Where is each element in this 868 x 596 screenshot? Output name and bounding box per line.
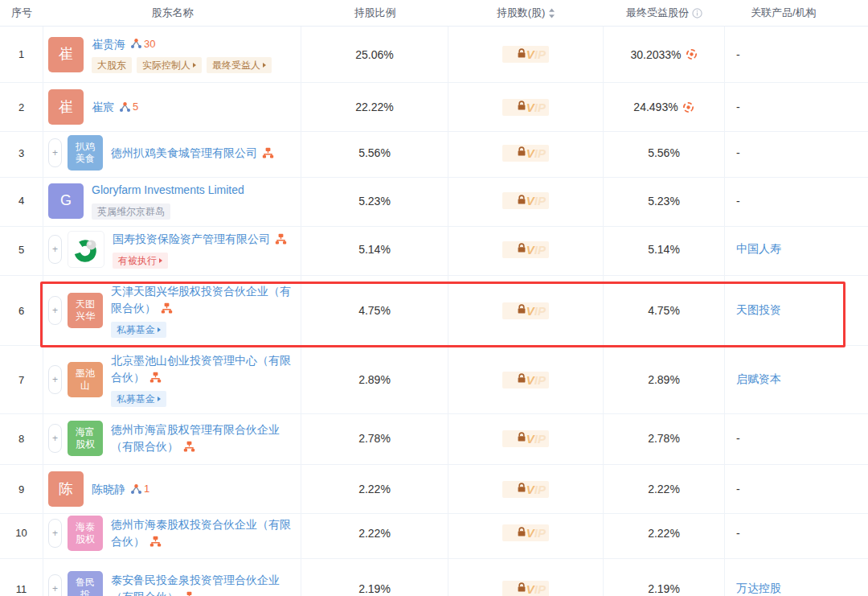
relationship-graph-icon[interactable]: 1 — [130, 480, 149, 497]
shareholder-avatar[interactable]: 陈 — [48, 471, 84, 507]
sort-icon[interactable] — [548, 8, 555, 18]
expand-button[interactable]: + — [48, 235, 62, 264]
row-index-cell: 5 — [0, 224, 43, 276]
related-link[interactable]: 天图投资 — [736, 303, 781, 318]
tag-arrow-icon — [158, 327, 161, 332]
beneficiary-icon[interactable] — [682, 101, 694, 113]
equity-structure-icon[interactable] — [161, 302, 173, 314]
shares-cell: VIP — [448, 27, 604, 83]
expand-button[interactable]: + — [48, 574, 62, 596]
vip-lock-badge[interactable]: VIP — [502, 430, 549, 447]
ratio-cell: 5.23% — [301, 175, 448, 227]
info-icon[interactable] — [692, 8, 702, 18]
shareholder-avatar[interactable]: 崔 — [48, 37, 84, 72]
avatar-text: G — [60, 195, 72, 207]
expand-button[interactable]: + — [48, 519, 62, 548]
ratio-cell: 2.22% — [301, 508, 448, 559]
relationship-count[interactable]: 5 — [133, 98, 138, 115]
row-index: 2 — [18, 101, 24, 113]
chinalife-logo[interactable] — [68, 231, 104, 268]
shareholder-info: 泰安鲁民投金泉投资管理合伙企业（有限合伙） — [111, 572, 294, 596]
vip-lock-badge[interactable]: VIP — [502, 46, 549, 63]
column-header-label: 持股数(股) — [497, 6, 546, 20]
shareholder-name-link[interactable]: 天津天图兴华股权投资合伙企业（有限合伙） — [111, 285, 291, 314]
benefit-cell: 24.493% — [604, 83, 725, 132]
relationship-count[interactable]: 1 — [144, 480, 149, 497]
tag-arrow-icon — [158, 397, 161, 401]
relationship-graph-icon[interactable]: 30 — [130, 35, 155, 52]
expand-button[interactable]: + — [48, 424, 62, 453]
shareholder-avatar[interactable]: 崔 — [48, 89, 84, 125]
benefit-cell: 2.19% — [604, 559, 725, 596]
vip-watermark-v: V — [526, 101, 534, 114]
vip-lock-badge[interactable]: VIP — [502, 241, 549, 258]
related-cell: - — [725, 465, 868, 514]
row-index-cell: 6 — [0, 276, 43, 346]
shareholder-name-link[interactable]: 北京墨池山创业投资管理中心（有限合伙） — [111, 354, 291, 384]
vip-watermark-v: V — [526, 47, 534, 61]
relationship-count[interactable]: 30 — [144, 35, 155, 52]
equity-structure-icon[interactable] — [149, 536, 162, 547]
equity-structure-icon[interactable] — [262, 147, 274, 158]
row-index-cell: 11 — [0, 559, 43, 596]
vip-lock-badge[interactable]: VIP — [502, 524, 549, 541]
tag-red[interactable]: 有被执行 — [113, 253, 168, 269]
tag-label: 有被执行 — [118, 253, 157, 268]
tag-blue[interactable]: 私募基金 — [111, 391, 166, 407]
shareholder-name-link[interactable]: 泰安鲁民投金泉投资管理合伙企业（有限合伙） — [111, 573, 280, 596]
ratio-cell: 25.06% — [301, 27, 448, 83]
shares-cell: VIP — [448, 413, 604, 465]
shares-cell: VIP — [448, 129, 604, 178]
tag-arrow-icon — [263, 63, 266, 68]
shareholder-avatar[interactable]: 天图兴华 — [68, 293, 103, 328]
related-link[interactable]: 万达控股 — [736, 582, 781, 596]
shareholder-name-link[interactable]: 崔贵海 — [92, 37, 125, 50]
shareholder-cell: 陈陈晓静1 — [43, 465, 301, 514]
shareholder-name-link[interactable]: 陈晓静 — [92, 483, 125, 495]
vip-lock-badge[interactable]: VIP — [502, 581, 549, 596]
shareholder-avatar[interactable]: 海富股权 — [68, 421, 103, 456]
shareholder-avatar[interactable]: 海泰股权 — [68, 516, 103, 551]
expand-button[interactable]: + — [48, 296, 62, 325]
related-link[interactable]: 中国人寿 — [736, 242, 781, 257]
equity-structure-icon[interactable] — [183, 441, 195, 452]
shareholder-name-link[interactable]: 崔宸 — [92, 101, 114, 113]
tag-blue[interactable]: 私募基金 — [111, 322, 166, 338]
relationship-graph-icon[interactable]: 5 — [119, 98, 138, 115]
ratio-value: 22.22% — [355, 101, 393, 113]
vip-watermark-ip: IP — [534, 526, 546, 540]
shareholder-info: 德州市海富股权管理有限合伙企业（有限合伙） — [111, 421, 294, 455]
shareholder-name-line: 德州市海富股权管理有限合伙企业（有限合伙） — [111, 421, 294, 455]
shareholder-name-link[interactable]: 国寿投资保险资产管理有限公司 — [113, 232, 270, 245]
related-link[interactable]: 启赋资本 — [736, 372, 781, 387]
vip-lock-badge[interactable]: VIP — [502, 372, 549, 388]
vip-lock-badge[interactable]: VIP — [502, 192, 549, 209]
vip-watermark: VIP — [526, 581, 546, 596]
tag-beige[interactable]: 最终受益人 — [207, 57, 272, 73]
shareholder-avatar[interactable]: 扒鸡美食 — [68, 135, 103, 171]
expand-button[interactable]: + — [48, 138, 62, 167]
row-index: 1 — [18, 48, 24, 60]
shareholder-name-link[interactable]: Gloryfarm Investments Limited — [92, 183, 244, 196]
shareholder-avatar[interactable]: 墨池山 — [68, 362, 103, 397]
shareholder-avatar[interactable]: 鲁民投 — [68, 571, 103, 596]
vip-lock-badge[interactable]: VIP — [502, 302, 549, 319]
benefit-value: 2.78% — [648, 432, 680, 445]
tag-beige[interactable]: 实际控制人 — [137, 57, 202, 73]
vip-lock-badge[interactable]: VIP — [502, 145, 549, 162]
vip-watermark: VIP — [526, 524, 546, 541]
row-index-cell: 1 — [0, 27, 43, 83]
vip-lock-badge[interactable]: VIP — [502, 481, 549, 498]
equity-structure-icon[interactable] — [183, 591, 195, 596]
shareholder-name-link[interactable]: 德州扒鸡美食城管理有限公司 — [111, 146, 257, 159]
vip-lock-badge[interactable]: VIP — [502, 99, 549, 116]
expand-button[interactable]: + — [48, 365, 62, 394]
shareholder-name-link[interactable]: 德州市海泰股权投资合伙企业（有限合伙） — [111, 518, 291, 548]
equity-structure-icon[interactable] — [149, 372, 162, 383]
shareholder-name-link[interactable]: 德州市海富股权管理有限合伙企业（有限合伙） — [111, 423, 280, 453]
ratio-value: 5.23% — [358, 195, 391, 208]
shareholder-avatar[interactable]: G — [48, 183, 84, 219]
beneficiary-icon[interactable] — [686, 48, 698, 60]
vip-watermark: VIP — [526, 192, 546, 209]
equity-structure-icon[interactable] — [275, 233, 287, 245]
